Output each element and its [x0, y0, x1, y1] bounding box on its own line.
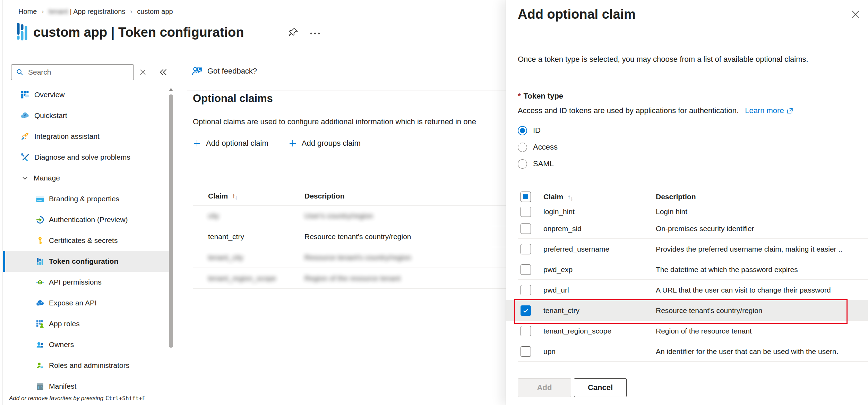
optional-claim-row-tenant-region-scope[interactable]: tenant_region_scopeRegion of the resourc…	[506, 321, 868, 341]
radio-label: Access	[533, 143, 558, 152]
sort-icon[interactable]: ↑↓	[567, 194, 573, 200]
unchecked-checkbox[interactable]	[521, 264, 531, 275]
sidebar-item-owners[interactable]: Owners	[3, 334, 171, 355]
description-cell: User's country/region	[304, 212, 373, 220]
unchecked-checkbox[interactable]	[521, 285, 531, 295]
cancel-button[interactable]: Cancel	[574, 378, 627, 397]
sidebar-item-app-roles[interactable]: App roles	[3, 313, 171, 334]
claim-row-content: pwd_urlA URL that the user can visit to …	[506, 280, 868, 300]
optional-claim-row-pwd-url[interactable]: pwd_urlA URL that the user can visit to …	[506, 280, 868, 300]
learn-more-link[interactable]: Learn more	[745, 106, 784, 115]
sidebar-nav: OverviewQuickstartIntegration assistantD…	[3, 84, 171, 397]
configured-claim-row-tenant-ctry[interactable]: tenant_ctryResource tenant's country/reg…	[193, 226, 506, 247]
unchecked-checkbox[interactable]	[521, 326, 531, 336]
claim-cell: tenant_region_scope	[208, 274, 276, 282]
unchecked-checkbox[interactable]	[521, 346, 531, 357]
unchecked-checkbox[interactable]	[521, 207, 531, 217]
checked-checkbox[interactable]	[521, 305, 531, 316]
quickstart-icon	[20, 111, 29, 120]
selected-accent-bar	[3, 251, 5, 272]
unchecked-checkbox[interactable]	[521, 223, 531, 234]
sidebar-item-label: Diagnose and solve problems	[34, 153, 130, 161]
toolbar-divider	[187, 91, 506, 91]
add-optional-claim-panel: Add optional claim Once a token type is …	[506, 0, 868, 405]
search-icon	[16, 68, 24, 76]
add-optional-claim-button[interactable]: Add optional claim	[193, 139, 268, 148]
claim-column-header[interactable]: Claim	[543, 193, 563, 201]
panel-footer-divider	[506, 373, 868, 373]
sidebar-item-quickstart[interactable]: Quickstart	[3, 105, 171, 126]
optional-claim-row-preferred-username[interactable]: preferred_usernameProvides the preferred…	[506, 239, 868, 259]
claim-column-header[interactable]: Claim	[208, 192, 228, 200]
token-icon	[36, 257, 44, 266]
external-link-icon[interactable]	[786, 107, 794, 115]
required-marker: *	[518, 92, 521, 100]
description-column-header: Description	[656, 193, 696, 201]
sidebar-item-label: Manifest	[49, 382, 76, 390]
overview-icon	[20, 90, 29, 99]
rocket-icon	[20, 132, 29, 141]
optional-claim-row-login-hint[interactable]: login_hintLogin hint	[506, 207, 868, 218]
description-cell: The datetime at which the password expir…	[656, 265, 798, 274]
sidebar-item-manifest[interactable]: { }Manifest	[3, 376, 171, 397]
radio-label: SAML	[533, 159, 554, 168]
sidebar-item-label: Authentication (Preview)	[49, 216, 128, 224]
sidebar-item-token-configuration[interactable]: Token configuration	[3, 251, 171, 272]
configured-claim-row-tenant-region-scope[interactable]: tenant_region_scopeRegion of the resourc…	[193, 268, 506, 289]
sidebar-item-certificates-secrets[interactable]: Certificates & secrets	[3, 230, 171, 251]
close-icon[interactable]	[850, 9, 861, 19]
select-all-checkbox[interactable]	[521, 192, 531, 202]
indeterminate-mark	[523, 194, 528, 199]
sort-icon[interactable]: ↑↓	[232, 193, 238, 199]
sidebar-item-diagnose-and-solve-problems[interactable]: Diagnose and solve problems	[3, 147, 171, 168]
sidebar-item-expose-an-api[interactable]: Expose an API	[3, 293, 171, 313]
add-groups-claim-button[interactable]: Add groups claim	[289, 139, 361, 148]
unchecked-checkbox[interactable]	[521, 244, 531, 254]
token-type-label: *Token type	[518, 92, 563, 101]
token-type-radio-access[interactable]: Access	[518, 139, 558, 155]
description-cell: Login hint	[656, 208, 687, 216]
claim-cell: upn	[543, 347, 556, 356]
optional-claim-row-upn[interactable]: upnAn identifier for the user that can b…	[506, 341, 868, 362]
approles-icon	[36, 320, 44, 328]
sidebar-scrollbar-thumb[interactable]	[169, 94, 173, 348]
sidebar-group-manage[interactable]: Manage	[3, 168, 171, 188]
sidebar-item-label: Token configuration	[49, 257, 118, 265]
optional-claims-heading: Optional claims	[193, 92, 273, 105]
got-feedback-label: Got feedback?	[207, 67, 257, 76]
configured-claim-row-tenant-city[interactable]: tenant_cityResource tenant's country/reg…	[193, 247, 506, 268]
got-feedback-button[interactable]: Got feedback?	[191, 65, 257, 77]
optional-claims-table-header: Claim ↑↓ Description	[506, 187, 868, 206]
token-type-radio-id[interactable]: ID	[518, 122, 558, 139]
claim-row-content: upnAn identifier for the user that can b…	[506, 341, 868, 362]
sidebar-item-roles-and-administrators[interactable]: Roles and administrators	[3, 355, 171, 376]
scrollbar-up-icon[interactable]	[169, 87, 173, 91]
sidebar-item-authentication-preview[interactable]: Authentication (Preview)	[3, 209, 171, 230]
sidebar-item-label: Roles and administrators	[49, 361, 129, 370]
sidebar: OverviewQuickstartIntegration assistantD…	[3, 0, 171, 405]
sidebar-item-overview[interactable]: Overview	[3, 84, 171, 105]
tools-icon	[20, 153, 29, 162]
claim-cell: tenant_ctry	[543, 306, 579, 315]
sidebar-search-box[interactable]	[11, 64, 134, 80]
collapse-sidebar-icon[interactable]	[158, 67, 168, 77]
pin-icon[interactable]	[289, 27, 299, 37]
clear-search-icon[interactable]	[139, 68, 147, 76]
optional-claim-row-onprem-sid[interactable]: onprem_sidOn-premises security identifie…	[506, 218, 868, 239]
favorites-hint: Add or remove favorites by pressingCtrl+…	[9, 395, 146, 402]
search-input[interactable]	[27, 68, 126, 77]
sidebar-item-api-permissions[interactable]: API permissions	[3, 272, 171, 293]
claim-row-content: login_hintLogin hint	[506, 207, 868, 218]
more-actions-icon[interactable]	[310, 33, 320, 34]
configured-claim-row-city[interactable]: cityUser's country/region	[193, 205, 506, 226]
radio-unselected-icon	[518, 143, 527, 152]
add-button[interactable]: Add	[518, 378, 571, 397]
claim-cell: city	[208, 212, 219, 220]
sidebar-item-integration-assistant[interactable]: Integration assistant	[3, 126, 171, 147]
sidebar-item-label: Owners	[49, 340, 74, 349]
key-icon	[36, 236, 44, 245]
optional-claim-row-tenant-ctry[interactable]: tenant_ctryResource tenant's country/reg…	[506, 300, 868, 321]
sidebar-item-branding-properties[interactable]: wwwBranding & properties	[3, 188, 171, 209]
token-type-radio-saml[interactable]: SAML	[518, 155, 558, 172]
optional-claim-row-pwd-exp[interactable]: pwd_expThe datetime at which the passwor…	[506, 259, 868, 280]
